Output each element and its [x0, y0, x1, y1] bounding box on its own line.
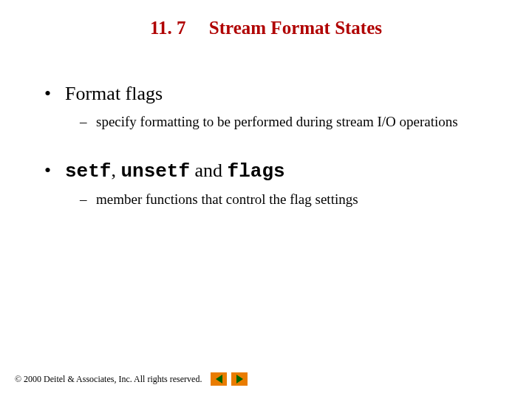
nav-arrows — [211, 372, 248, 386]
sub-text: specify formatting to be performed durin… — [96, 114, 458, 129]
code-setf: setf — [65, 160, 111, 183]
bullet-label: Format flags — [65, 83, 163, 104]
bullet-dot: • — [44, 160, 65, 182]
bullet-setf-unsetf-flags: •setf, unsetf and flags — [44, 160, 502, 183]
arrow-left-icon — [216, 375, 222, 383]
code-flags: flags — [228, 160, 285, 183]
title-number: 11. 7 — [150, 18, 186, 38]
sep-and: and — [190, 160, 228, 181]
sep-comma: , — [111, 160, 120, 181]
copyright-text: © 2000 Deitel & Associates, Inc. All rig… — [15, 374, 202, 385]
bullet-format-flags: •Format flags — [44, 83, 502, 105]
sub-dash: – — [80, 114, 96, 130]
sub-bullet-format-flags: –specify formatting to be performed duri… — [80, 114, 502, 130]
sub-dash: – — [80, 191, 96, 208]
arrow-right-icon — [236, 375, 243, 383]
code-unsetf: unsetf — [120, 160, 190, 183]
title-text: Stream Format States — [209, 18, 382, 38]
slide-title: 11. 7 Stream Format States — [0, 18, 532, 38]
slide-content: •Format flags –specify formatting to be … — [0, 83, 532, 208]
next-button[interactable] — [231, 372, 248, 386]
prev-button[interactable] — [211, 372, 227, 386]
footer: © 2000 Deitel & Associates, Inc. All rig… — [15, 372, 248, 386]
title-spacer — [191, 18, 205, 38]
sub-bullet-member-functions: –member functions that control the flag … — [80, 191, 502, 208]
sub-text: member functions that control the flag s… — [96, 191, 358, 207]
bullet-dot: • — [44, 83, 65, 105]
